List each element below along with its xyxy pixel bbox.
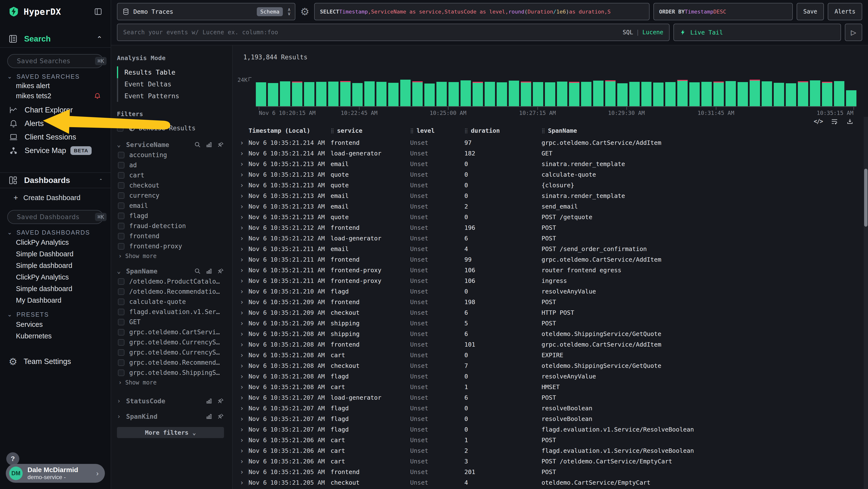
expand-row-icon[interactable]: › — [235, 297, 249, 307]
event-search-bar[interactable]: SQL | Lucene — [117, 24, 670, 41]
result-row[interactable]: ›Nov 6 10:35:21.213 AMquoteUnset0calcula… — [233, 169, 868, 180]
filter-option[interactable]: /oteldemo.ProductCatalo… — [117, 276, 224, 287]
play-button[interactable]: ▷ — [845, 24, 862, 41]
expand-row-icon[interactable]: › — [235, 456, 249, 466]
result-row[interactable]: ›Nov 6 10:35:21.210 AMflagdUnset0resolve… — [233, 286, 868, 297]
checkbox[interactable] — [118, 359, 124, 366]
expand-row-icon[interactable]: › — [235, 212, 249, 222]
more-filters-button[interactable]: More filters ⌄ — [117, 427, 224, 438]
filter-option[interactable]: ad — [117, 160, 224, 170]
expand-row-icon[interactable]: › — [235, 137, 249, 148]
collapse-chevron-icon[interactable]: ⌃ — [99, 178, 102, 183]
search-icon[interactable] — [194, 268, 201, 275]
analysis-mode-tab[interactable]: Results Table — [117, 66, 224, 78]
expand-row-icon[interactable]: › — [235, 276, 249, 286]
filter-option[interactable]: fraud-detection — [117, 221, 224, 231]
result-row[interactable]: ›Nov 6 10:35:21.213 AMquoteUnset0POST /g… — [233, 212, 868, 222]
saved-dashboard-item[interactable]: Simple dashboard — [9, 260, 103, 271]
result-row[interactable]: ›Nov 6 10:35:21.207 AMflagdUnset0flagd.e… — [233, 424, 868, 435]
checkbox[interactable] — [118, 329, 124, 336]
select-clause-input[interactable]: SELECT Timestamp, ServiceName as service… — [314, 3, 650, 20]
checkbox[interactable] — [118, 349, 124, 356]
checkbox[interactable] — [118, 192, 124, 199]
result-row[interactable]: ›Nov 6 10:35:21.207 AMflagdUnset0resolve… — [233, 403, 868, 413]
saved-dashboards-input[interactable] — [17, 213, 95, 221]
checkbox[interactable] — [118, 162, 124, 169]
sidebar-collapse-icon[interactable] — [93, 6, 103, 17]
user-menu[interactable]: DM Dale McDiarmid demo-service - › — [6, 464, 105, 483]
expand-row-icon[interactable]: › — [235, 233, 249, 243]
checkbox[interactable] — [118, 243, 124, 250]
filter-option[interactable]: grpc.oteldemo.CurrencyS… — [117, 337, 224, 347]
expand-row-icon[interactable]: › — [235, 286, 249, 297]
filter-option[interactable]: grpc.oteldemo.ShippingS… — [117, 368, 224, 378]
expand-row-icon[interactable]: › — [235, 201, 249, 212]
result-row[interactable]: ›Nov 6 10:35:21.209 AMfrontendUnset198PO… — [233, 297, 868, 307]
saved-searches-input[interactable] — [17, 57, 95, 65]
expand-row-icon[interactable]: › — [235, 243, 249, 254]
live-tail-button[interactable]: Live Tail — [674, 24, 841, 41]
result-row[interactable]: ›Nov 6 10:35:21.212 AMload-generatorUnse… — [233, 233, 868, 243]
source-settings-gear-icon[interactable]: ⚙ — [299, 6, 310, 18]
result-row[interactable]: ›Nov 6 10:35:21.212 AMfrontendUnset196PO… — [233, 222, 868, 233]
expand-row-icon[interactable]: › — [235, 159, 249, 169]
create-alert-button[interactable]: Alerts — [828, 3, 862, 20]
pin-icon[interactable] — [217, 398, 224, 404]
result-row[interactable]: ›Nov 6 10:35:21.208 AMcheckoutUnset7otel… — [233, 361, 868, 371]
sidebar-item-service-map[interactable]: Service Map BETA — [0, 144, 111, 157]
saved-dashboard-item[interactable]: My Dashboard — [9, 294, 103, 306]
result-row[interactable]: ›Nov 6 10:35:21.208 AMfrontendUnset101gr… — [233, 339, 868, 350]
expand-row-icon[interactable]: › — [235, 265, 249, 276]
expand-row-icon[interactable]: › — [235, 445, 249, 456]
result-row[interactable]: ›Nov 6 10:35:21.209 AMcheckoutUnset6HTTP… — [233, 307, 868, 318]
bar-chart-icon[interactable] — [206, 268, 212, 275]
filter-option[interactable]: GET — [117, 317, 224, 327]
result-row[interactable]: ›Nov 6 10:35:21.206 AMcartUnset3POST /ot… — [233, 456, 868, 466]
show-more-button[interactable]: ›Show more — [117, 378, 224, 387]
drag-handle-icon[interactable]: ⣿ — [541, 128, 545, 134]
analysis-mode-tab[interactable]: Event Patterns — [117, 90, 224, 102]
create-dashboard-button[interactable]: + Create Dashboard — [0, 192, 111, 204]
checkbox[interactable] — [118, 298, 124, 305]
result-row[interactable]: ›Nov 6 10:35:21.214 AMfrontendUnset97grp… — [233, 137, 868, 148]
expand-row-icon[interactable]: › — [235, 222, 249, 233]
checkbox[interactable] — [118, 202, 124, 209]
preset-item[interactable]: Services — [9, 319, 103, 330]
result-row[interactable]: ›Nov 6 10:35:21.208 AMflagdUnset0resolve… — [233, 371, 868, 382]
result-row[interactable]: ›Nov 6 10:35:21.207 AMflagdUnset0resolve… — [233, 413, 868, 424]
expand-row-icon[interactable]: › — [235, 371, 249, 382]
filter-option[interactable]: accounting — [117, 150, 224, 160]
checkbox[interactable] — [118, 223, 124, 229]
show-more-button[interactable]: ›Show more — [117, 251, 224, 261]
result-row[interactable]: ›Nov 6 10:35:21.208 AMshippingUnset6otel… — [233, 328, 868, 339]
search-input[interactable] — [123, 29, 620, 36]
drag-handle-icon[interactable]: ⣿ — [410, 128, 414, 134]
result-row[interactable]: ›Nov 6 10:35:21.213 AMemailUnset0sinatra… — [233, 191, 868, 201]
filter-option[interactable]: frontend-proxy — [117, 241, 224, 251]
results-histogram[interactable]: 24K Nov 6 10:20:15 AM10:22:45 AM10:25:00… — [256, 79, 857, 117]
filter-option[interactable]: email — [117, 201, 224, 211]
expand-row-icon[interactable]: › — [235, 350, 249, 361]
expand-row-icon[interactable]: › — [235, 413, 249, 424]
pin-icon[interactable] — [217, 268, 224, 275]
saved-dashboard-item[interactable]: Simple Dashboard — [9, 248, 103, 260]
checkbox[interactable] — [118, 233, 124, 239]
result-row[interactable]: ›Nov 6 10:35:21.211 AMemailUnset4POST /s… — [233, 243, 868, 254]
filter-group-statuscode[interactable]: › StatusCode — [117, 396, 224, 406]
expand-row-icon[interactable]: › — [235, 307, 249, 318]
filter-option[interactable]: frontend — [117, 231, 224, 241]
expand-row-icon[interactable]: › — [235, 466, 249, 477]
result-row[interactable]: ›Nov 6 10:35:21.211 AMfrontendUnset99grp… — [233, 254, 868, 265]
expand-row-icon[interactable]: › — [235, 328, 249, 339]
column-header-spanname[interactable]: ⣿SpanName — [541, 127, 868, 134]
checkbox[interactable] — [118, 213, 124, 219]
checkbox[interactable] — [118, 288, 124, 295]
saved-search-item[interactable]: mikes tets2 — [9, 91, 103, 101]
result-row[interactable]: ›Nov 6 10:35:21.207 AMload-generatorUnse… — [233, 392, 868, 403]
filter-option[interactable]: flagd.evaluation.v1.Ser… — [117, 307, 224, 317]
pin-icon[interactable] — [217, 413, 224, 420]
saved-dashboard-item[interactable]: ClickPy Analytics — [9, 271, 103, 283]
expand-row-icon[interactable]: › — [235, 403, 249, 413]
bar-chart-icon[interactable] — [206, 141, 212, 148]
preset-item[interactable]: Kubernetes — [9, 330, 103, 342]
